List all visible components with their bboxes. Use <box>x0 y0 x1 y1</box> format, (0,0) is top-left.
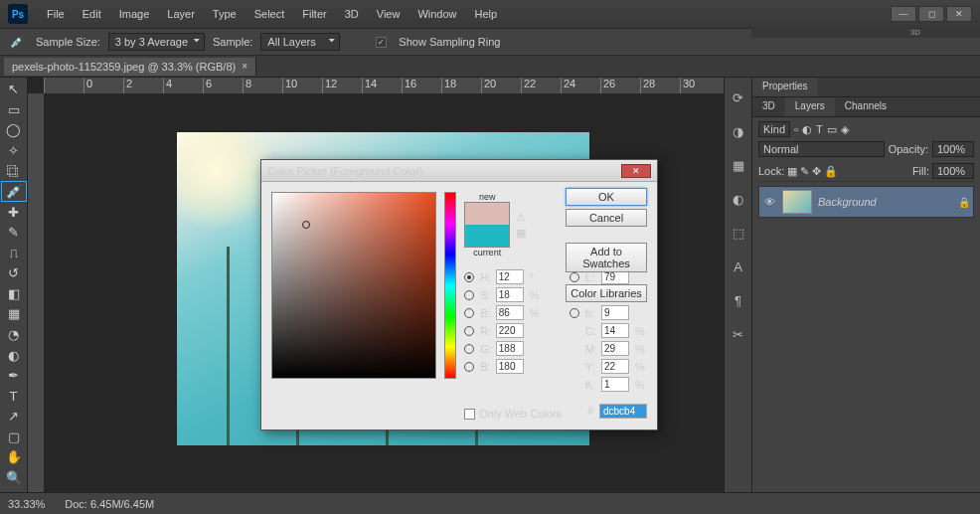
wand-tool[interactable]: ✧ <box>2 141 26 161</box>
filter-smart-icon[interactable]: ◈ <box>841 123 849 136</box>
web-only-checkbox[interactable] <box>464 409 475 420</box>
menu-edit[interactable]: Edit <box>74 4 110 24</box>
paragraph-icon[interactable]: ¶ <box>729 290 748 310</box>
ok-button[interactable]: OK <box>566 188 647 206</box>
pen-tool[interactable]: ✒ <box>2 366 26 386</box>
lock-pos-icon[interactable]: ✥ <box>812 165 821 178</box>
m-input[interactable] <box>601 341 629 356</box>
brush-tool[interactable]: ✎ <box>2 223 26 243</box>
color-icon[interactable]: ◑ <box>729 121 748 141</box>
lock-all-icon[interactable]: 🔒 <box>824 165 838 178</box>
shape-tool[interactable]: ▢ <box>2 428 26 447</box>
menu-window[interactable]: Window <box>408 4 465 24</box>
filter-shape-icon[interactable]: ▭ <box>827 123 837 136</box>
move-tool[interactable]: ↖ <box>2 80 26 99</box>
menu-3d[interactable]: 3D <box>336 4 368 24</box>
sample-select[interactable]: All Layers <box>260 33 340 51</box>
filter-pixel-icon[interactable]: ▫ <box>794 123 798 135</box>
menu-type[interactable]: Type <box>204 4 245 24</box>
history-icon[interactable]: ⟳ <box>729 87 748 107</box>
gradient-tool[interactable]: ▦ <box>2 304 26 324</box>
tab-3d[interactable]: 3D <box>752 97 785 116</box>
tab-channels[interactable]: Channels <box>835 97 897 116</box>
saturation-field[interactable] <box>271 192 436 379</box>
dialog-titlebar[interactable]: Color Picker (Foreground Color) ✕ <box>261 160 657 182</box>
websafe-icon[interactable]: ▦ <box>516 227 526 240</box>
h-input[interactable] <box>496 269 524 284</box>
add-swatches-button[interactable]: Add to Swatches <box>566 243 647 272</box>
close-tab-icon[interactable]: × <box>242 61 247 72</box>
crop-tool[interactable]: ⿻ <box>2 161 26 181</box>
radio-b[interactable] <box>570 308 579 318</box>
path-tool[interactable]: ↗ <box>2 407 26 427</box>
menu-view[interactable]: View <box>368 4 409 24</box>
opacity-input[interactable]: 100% <box>932 141 974 157</box>
radio-bv[interactable] <box>464 308 474 318</box>
filter-type-icon[interactable]: T <box>816 123 823 135</box>
stamp-tool[interactable]: ⎍ <box>2 244 26 263</box>
menu-file[interactable]: File <box>38 4 74 24</box>
opacity-label: Opacity: <box>889 143 928 155</box>
lock-pixels-icon[interactable]: ✎ <box>800 165 809 178</box>
lock-trans-icon[interactable]: ▦ <box>787 165 797 178</box>
history-brush-tool[interactable]: ↺ <box>2 263 26 283</box>
b-input[interactable] <box>601 305 629 320</box>
menu-select[interactable]: Select <box>245 4 294 24</box>
dialog-close-button[interactable]: ✕ <box>621 164 651 178</box>
document-tab[interactable]: pexels-photo-1152359.jpeg @ 33.3% (RGB/8… <box>4 58 256 76</box>
character-icon[interactable]: A <box>729 257 748 276</box>
bb-input[interactable] <box>496 359 524 374</box>
y-input[interactable] <box>601 359 629 374</box>
k-input[interactable] <box>601 377 629 392</box>
bv-input[interactable] <box>496 305 524 320</box>
properties-tab[interactable]: Properties <box>752 78 818 96</box>
visibility-icon[interactable]: 👁 <box>762 196 776 208</box>
r-input[interactable] <box>496 323 524 338</box>
zoom-tool[interactable]: 🔍 <box>2 468 26 488</box>
menu-help[interactable]: Help <box>466 4 507 24</box>
radio-s[interactable] <box>464 290 474 300</box>
menu-image[interactable]: Image <box>110 4 159 24</box>
hue-slider[interactable] <box>444 192 457 379</box>
warning-icon[interactable]: ⚠ <box>516 211 526 224</box>
radio-bb[interactable] <box>464 362 474 372</box>
close-button[interactable]: ✕ <box>946 6 972 22</box>
blend-mode-select[interactable]: Normal <box>758 141 885 157</box>
adjustments-icon[interactable]: ◐ <box>729 189 748 209</box>
eyedropper-tool[interactable]: 💉 <box>2 182 26 202</box>
heal-tool[interactable]: ✚ <box>2 202 26 222</box>
maximize-button[interactable]: ◻ <box>918 6 944 22</box>
s-input[interactable] <box>496 287 524 302</box>
menu-layer[interactable]: Layer <box>158 4 204 24</box>
zoom-level[interactable]: 33.33% <box>8 498 45 510</box>
radio-g[interactable] <box>464 344 474 354</box>
s-label: S: <box>480 289 492 301</box>
document-tab-label: pexels-photo-1152359.jpeg @ 33.3% (RGB/8… <box>12 61 236 73</box>
hex-input[interactable] <box>599 404 647 419</box>
dodge-tool[interactable]: ◐ <box>2 345 26 365</box>
eraser-tool[interactable]: ◧ <box>2 284 26 304</box>
marquee-tool[interactable]: ▭ <box>2 100 26 120</box>
minimize-button[interactable]: — <box>891 6 916 22</box>
swatches-icon[interactable]: ▦ <box>729 155 748 175</box>
c-input[interactable] <box>601 323 629 338</box>
type-tool[interactable]: T <box>2 386 26 406</box>
cancel-button[interactable]: Cancel <box>566 209 647 227</box>
radio-r[interactable] <box>464 326 474 336</box>
show-ring-checkbox[interactable]: ✓ <box>376 37 387 48</box>
menu-filter[interactable]: Filter <box>293 4 335 24</box>
radio-h[interactable] <box>464 272 474 282</box>
styles-icon[interactable]: ⬚ <box>729 223 748 243</box>
color-libraries-button[interactable]: Color Libraries <box>566 284 647 302</box>
tab-layers[interactable]: Layers <box>785 97 835 116</box>
scissors-icon[interactable]: ✂ <box>729 324 748 344</box>
color-cursor[interactable] <box>302 221 310 229</box>
g-input[interactable] <box>496 341 524 356</box>
layer-row-background[interactable]: 👁 Background 🔒 <box>758 186 974 218</box>
fill-input[interactable]: 100% <box>932 163 974 179</box>
sample-size-select[interactable]: 3 by 3 Average <box>108 33 205 51</box>
lasso-tool[interactable]: ◯ <box>2 120 26 140</box>
hand-tool[interactable]: ✋ <box>2 447 26 467</box>
filter-adjust-icon[interactable]: ◐ <box>802 123 812 136</box>
blur-tool[interactable]: ◔ <box>2 325 26 345</box>
